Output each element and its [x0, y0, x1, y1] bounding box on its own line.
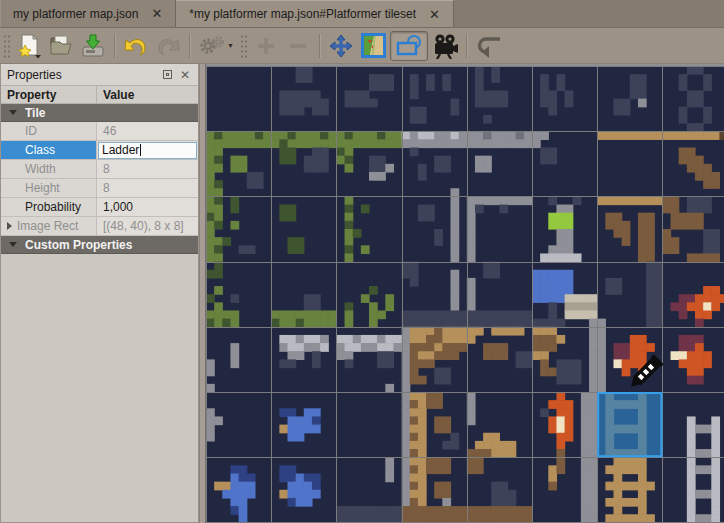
redo-button[interactable] — [153, 31, 183, 61]
property-label[interactable]: Width — [1, 160, 97, 178]
property-label[interactable]: Height — [1, 179, 97, 197]
tab-close-icon[interactable]: ✕ — [426, 8, 443, 21]
close-panel-button[interactable]: ✕ — [178, 68, 192, 82]
open-button[interactable] — [46, 31, 76, 61]
expand-triangle-icon[interactable] — [7, 222, 12, 230]
properties-panel: Properties ✕ Property Value Tile ID 46 C… — [0, 64, 199, 523]
properties-column-header: Property Value — [1, 86, 198, 104]
dropdown-arrow-icon: ▾ — [228, 41, 232, 50]
zoom-out-button[interactable] — [283, 31, 313, 61]
tab-close-icon[interactable]: ✕ — [148, 7, 165, 20]
document-tab-bar: my platformer map.json ✕ *my platformer … — [0, 0, 724, 28]
tileset-canvas[interactable] — [206, 66, 724, 523]
class-value-text: Ladder — [102, 143, 139, 157]
properties-panel-title: Properties — [7, 68, 156, 82]
map-image-icon — [361, 33, 386, 58]
gears-icon — [199, 33, 227, 59]
plus-icon — [255, 35, 277, 57]
column-header-value[interactable]: Value — [97, 86, 140, 103]
return-arrow-icon — [474, 34, 502, 58]
property-row-width[interactable]: Width 8 — [1, 160, 198, 179]
redo-icon — [155, 33, 181, 59]
property-row-height[interactable]: Height 8 — [1, 179, 198, 198]
open-folder-icon — [48, 33, 74, 59]
class-value-input[interactable]: Ladder — [98, 142, 197, 159]
property-row-id[interactable]: ID 46 — [1, 122, 198, 141]
tab-map-document[interactable]: my platformer map.json ✕ — [0, 0, 176, 27]
property-value[interactable]: 8 — [97, 160, 198, 178]
property-value[interactable]: 46 — [97, 122, 198, 140]
return-to-map-button[interactable] — [473, 31, 503, 61]
tab-label: *my platformer map.json#Platformer tiles… — [189, 7, 416, 21]
group-header-tile[interactable]: Tile — [1, 104, 198, 122]
tileset-view — [206, 64, 724, 523]
panel-splitter[interactable] — [199, 64, 206, 523]
undo-icon — [123, 33, 149, 59]
movie-camera-icon — [432, 33, 458, 59]
toolbar-separator — [466, 34, 467, 58]
property-value[interactable]: 8 — [97, 179, 198, 197]
toolbar-drag-handle[interactable] — [3, 34, 10, 58]
zoom-in-button[interactable] — [251, 31, 281, 61]
text-caret — [140, 144, 141, 156]
tile-animation-editor-button[interactable] — [430, 31, 460, 61]
tile-collision-editor-button[interactable] — [390, 31, 428, 61]
float-icon — [163, 70, 172, 79]
group-header-custom-properties[interactable]: Custom Properties — [1, 236, 198, 254]
property-label[interactable]: Probability — [1, 198, 97, 216]
toolbar-separator — [114, 34, 115, 58]
property-row-image-rect[interactable]: Image Rect [(48, 40), 8 x 8] — [1, 217, 198, 236]
tab-label: my platformer map.json — [13, 7, 138, 21]
property-row-probability[interactable]: Probability 1,000 — [1, 198, 198, 217]
properties-panel-titlebar[interactable]: Properties ✕ — [1, 64, 198, 86]
execute-command-button[interactable]: ▾ — [196, 31, 236, 61]
property-label[interactable]: ID — [1, 122, 97, 140]
column-header-property[interactable]: Property — [1, 86, 97, 103]
property-value[interactable]: [(48, 40), 8 x 8] — [97, 217, 198, 235]
edit-tileset-button[interactable] — [358, 31, 388, 61]
property-label[interactable]: Class — [1, 141, 97, 159]
float-panel-button[interactable] — [160, 68, 174, 82]
collision-shapes-icon — [395, 34, 423, 58]
property-label: Image Rect — [17, 219, 78, 233]
save-icon — [80, 33, 106, 59]
main-toolbar: ▾ — [0, 28, 724, 64]
toolbar-drag-handle[interactable] — [240, 34, 247, 58]
property-value[interactable]: 1,000 — [97, 198, 198, 216]
property-row-class[interactable]: Class Ladder — [1, 141, 198, 160]
new-file-icon — [16, 33, 42, 59]
tab-tileset-document[interactable]: *my platformer map.json#Platformer tiles… — [176, 0, 454, 27]
group-label: Custom Properties — [25, 238, 132, 252]
group-label: Tile — [25, 106, 45, 120]
collapse-triangle-icon[interactable] — [9, 110, 17, 115]
toolbar-separator — [319, 34, 320, 58]
undo-button[interactable] — [121, 31, 151, 61]
toolbar-separator — [189, 34, 190, 58]
pan-tool-button[interactable] — [326, 31, 356, 61]
save-button[interactable] — [78, 31, 108, 61]
properties-empty-area — [2, 318, 197, 521]
property-label-wrap[interactable]: Image Rect — [1, 217, 97, 235]
collapse-triangle-icon[interactable] — [9, 242, 17, 247]
minus-icon — [287, 35, 309, 57]
move-arrows-icon — [328, 33, 354, 59]
new-file-button[interactable] — [14, 31, 44, 61]
